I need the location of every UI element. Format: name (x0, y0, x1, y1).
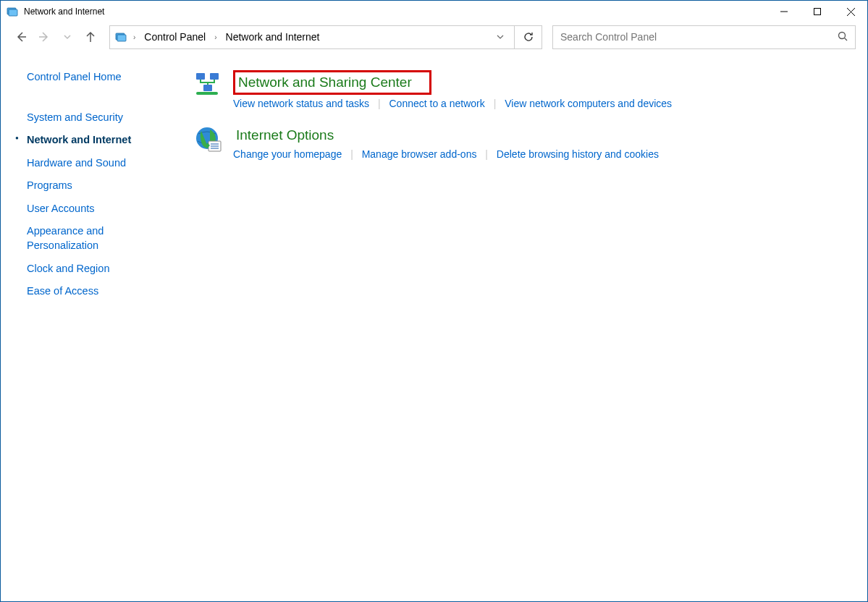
link-view-network-devices[interactable]: View network computers and devices (505, 98, 672, 109)
address-bar[interactable]: › Control Panel › Network and Internet (109, 25, 515, 49)
sidebar-home-link[interactable]: Control Panel Home (27, 70, 167, 85)
category-title-internet-options[interactable]: Internet Options (233, 125, 338, 145)
svg-rect-3 (814, 9, 821, 15)
svg-point-8 (839, 32, 846, 38)
category-links: Change your homepage | Manage browser ad… (233, 148, 867, 160)
content-area: Control Panel Home System and Security N… (1, 51, 867, 308)
svg-rect-12 (203, 85, 212, 91)
sidebar-item-system[interactable]: System and Security (27, 111, 167, 125)
breadcrumb-item[interactable]: Network and Internet (223, 30, 323, 44)
search-input[interactable] (560, 31, 838, 43)
navigation-toolbar: › Control Panel › Network and Internet (1, 22, 867, 51)
up-button[interactable] (79, 25, 102, 48)
link-view-network-status[interactable]: View network status and tasks (233, 98, 369, 109)
sidebar-item-programs[interactable]: Programs (27, 179, 167, 193)
sidebar-item-ease[interactable]: Ease of Access (27, 284, 167, 299)
back-button[interactable] (9, 25, 33, 48)
sidebar-item-clock[interactable]: Clock and Region (27, 262, 167, 276)
window-controls (767, 1, 867, 22)
refresh-button[interactable] (515, 25, 542, 49)
sidebar-item-users[interactable]: User Accounts (27, 202, 167, 216)
svg-rect-10 (196, 73, 205, 80)
category-internet-options: Internet Options Change your homepage | … (194, 125, 867, 160)
category-network-sharing: Network and Sharing Center View network … (194, 70, 867, 109)
titlebar: Network and Internet (1, 1, 867, 22)
control-panel-icon (114, 30, 127, 43)
main-panel: Network and Sharing Center View network … (178, 70, 867, 308)
category-links: View network status and tasks | Connect … (233, 98, 867, 109)
link-change-homepage[interactable]: Change your homepage (233, 148, 342, 160)
search-icon (838, 31, 848, 43)
breadcrumb-separator: › (213, 33, 218, 41)
maximize-button[interactable] (801, 1, 834, 22)
svg-rect-13 (196, 92, 218, 95)
svg-rect-1 (9, 9, 17, 16)
link-connect-network[interactable]: Connect to a network (389, 98, 484, 109)
link-manage-addons[interactable]: Manage browser add-ons (362, 148, 477, 160)
breadcrumb-separator: › (132, 33, 137, 41)
svg-line-9 (845, 38, 848, 41)
window-title: Network and Internet (24, 7, 104, 17)
sidebar-item-network[interactable]: Network and Internet (27, 133, 167, 148)
svg-rect-7 (117, 35, 126, 41)
window-icon (7, 6, 18, 17)
recent-locations-button[interactable] (56, 25, 79, 48)
sidebar-item-appearance[interactable]: Appearance and Personalization (27, 224, 167, 253)
sidebar-item-hardware[interactable]: Hardware and Sound (27, 156, 167, 171)
breadcrumb-item[interactable]: Control Panel (141, 30, 208, 44)
svg-rect-11 (210, 73, 219, 80)
search-box[interactable] (552, 25, 856, 49)
internet-options-icon (194, 125, 223, 154)
minimize-button[interactable] (767, 1, 801, 22)
link-delete-history[interactable]: Delete browsing history and cookies (497, 148, 659, 160)
close-button[interactable] (834, 1, 867, 22)
sidebar: Control Panel Home System and Security N… (1, 70, 178, 308)
forward-button[interactable] (33, 25, 56, 48)
network-sharing-icon (194, 70, 223, 99)
address-history-dropdown[interactable] (491, 29, 510, 46)
category-title-network-sharing[interactable]: Network and Sharing Center (233, 70, 431, 95)
